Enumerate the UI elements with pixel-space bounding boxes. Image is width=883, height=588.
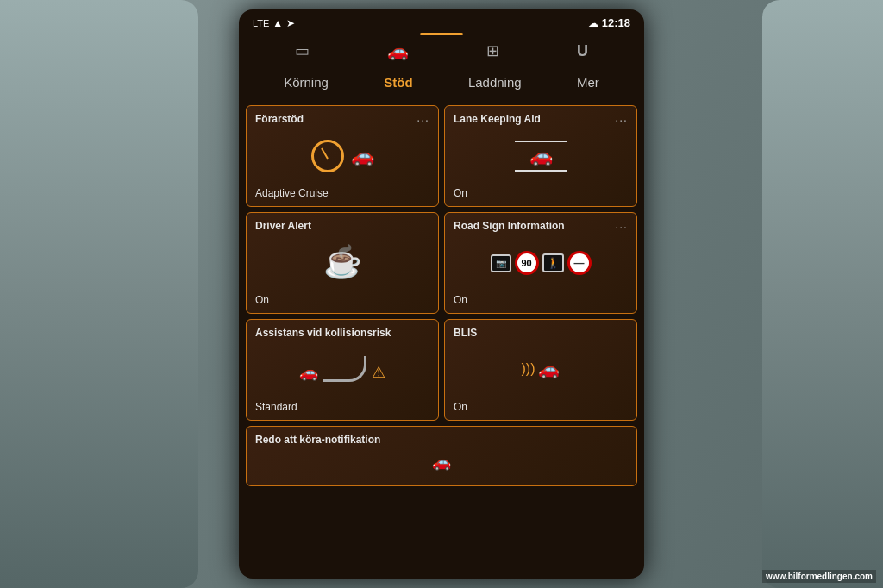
camera-nav-icon[interactable]: ▭ [295,41,310,60]
lane-keeping-visual: 🚗 [515,138,567,174]
speed-sign-icon: 90 [515,251,539,275]
camera-sign-icon: 📷 [491,254,511,272]
card-road-sign-icon-area: 📷 90 🚶 [454,234,628,292]
card-driver-alert-icon-area: ☕ [255,232,429,292]
card-collision-status: Standard [255,401,429,413]
collision-car-icon: 🚗 [299,363,318,382]
u-nav-icon[interactable]: U [577,42,588,60]
card-lane-keeping-title: Lane Keeping Aid [454,113,541,125]
card-collision-icon-area: 🚗 ⚠ [255,339,429,399]
card-lane-keeping-icon-area: 🚗 [454,127,628,185]
card-forarstod-icon-area: 🚗 [255,127,429,185]
signal-icon: ▲ [272,17,283,29]
menu-tabs: Körning Stöd Laddning Mer [239,66,644,98]
card-lane-keeping-header: Lane Keeping Aid ··· [454,113,628,127]
speed-sign-value: 90 [521,258,531,268]
watermark: www.bilformedlingen.com [762,570,876,583]
card-road-sign-header: Road Sign Information ··· [454,220,628,234]
card-driver-alert-status: On [255,294,429,306]
card-collision[interactable]: Assistans vid kollisionsrisk 🚗 ⚠ Standar… [246,319,439,421]
warning-triangle-icon: ⚠ [372,363,385,382]
blis-visual: ))) 🚗 [522,359,560,379]
nav-icon: ➤ [286,17,295,29]
card-redo-header: Redo att köra-notifikation [255,434,628,446]
tab-korning[interactable]: Körning [279,73,334,91]
card-blis[interactable]: BLIS ))) 🚗 On [444,319,637,421]
card-driver-alert-header: Driver Alert [255,220,429,232]
pedestrian-sign-icon: 🚶 [542,253,564,272]
card-driver-alert[interactable]: Driver Alert ☕ On [246,212,439,314]
nav-icons-row: ▭ 🚗 ⊞ U [239,35,644,66]
status-left: LTE ▲ ➤ [253,17,295,29]
card-blis-icon-area: ))) 🚗 [454,339,628,399]
card-road-sign-title: Road Sign Information [454,220,565,232]
card-redo[interactable]: Redo att köra-notifikation 🚗 [246,426,637,486]
card-blis-header: BLIS [454,327,628,339]
card-collision-title: Assistans vid kollisionsrisk [255,327,391,339]
card-lane-keeping[interactable]: Lane Keeping Aid ··· 🚗 On [444,105,637,207]
clock: 12:18 [602,16,630,29]
lane-car-icon: 🚗 [529,145,553,167]
card-forarstod-status: Adaptive Cruise [255,187,429,199]
pedestrian-symbol: 🚶 [547,257,560,269]
car-nav-icon[interactable]: 🚗 [387,41,409,61]
curve-path-icon [323,356,366,382]
lte-icon: LTE [253,18,269,28]
card-forarstod-header: Förarstöd ··· [255,113,429,127]
infotainment-screen: LTE ▲ ➤ ☁ 12:18 ▭ 🚗 ⊞ U Körning Stöd Lad… [239,9,644,579]
status-right: ☁ 12:18 [588,16,630,29]
speedometer-icon [311,140,344,172]
card-blis-status: On [454,401,628,413]
camera-sign-symbol: 📷 [496,259,506,268]
blis-waves-icon: ))) [522,361,535,377]
card-road-sign-status: On [454,294,628,306]
lane-line-bottom [515,170,567,172]
card-driver-alert-title: Driver Alert [255,220,311,232]
card-road-sign[interactable]: Road Sign Information ··· 📷 90 🚶 [444,212,637,314]
card-lane-keeping-menu[interactable]: ··· [615,113,628,127]
cards-grid: Förarstöd ··· 🚗 Adaptive Cruise Lane Kee… [239,102,644,490]
blis-car-icon: 🚗 [538,359,560,379]
left-door-panel [0,0,198,588]
collision-visual: 🚗 ⚠ [299,356,385,382]
tab-laddning[interactable]: Laddning [463,73,527,91]
card-collision-header: Assistans vid kollisionsrisk [255,327,429,339]
tab-stod[interactable]: Stöd [379,73,417,91]
card-forarstod[interactable]: Förarstöd ··· 🚗 Adaptive Cruise [246,105,439,207]
lane-line-top [515,141,567,142]
card-lane-keeping-status: On [454,187,628,199]
right-door-panel [762,0,883,588]
tab-mer[interactable]: Mer [572,73,604,91]
card-redo-icon-area: 🚗 [255,446,628,479]
status-bar: LTE ▲ ➤ ☁ 12:18 [239,9,644,33]
grid-nav-icon[interactable]: ⊞ [486,41,499,60]
adaptive-cruise-icon: 🚗 [311,140,374,172]
redo-car-icon: 🚗 [432,453,451,472]
coffee-cup-icon: ☕ [323,244,362,280]
no-overtake-sign-icon [567,251,592,275]
adaptive-cruise-label: Adaptive Cruise [255,187,329,199]
card-redo-title: Redo att köra-notifikation [255,434,380,446]
card-forarstod-menu[interactable]: ··· [416,113,429,127]
card-blis-title: BLIS [454,327,477,339]
card-road-sign-menu[interactable]: ··· [615,220,628,234]
card-forarstod-title: Förarstöd [255,113,304,125]
cloud-icon: ☁ [588,17,598,29]
car-silhouette-icon: 🚗 [351,145,374,167]
road-signs-visual: 📷 90 🚶 [491,251,592,275]
